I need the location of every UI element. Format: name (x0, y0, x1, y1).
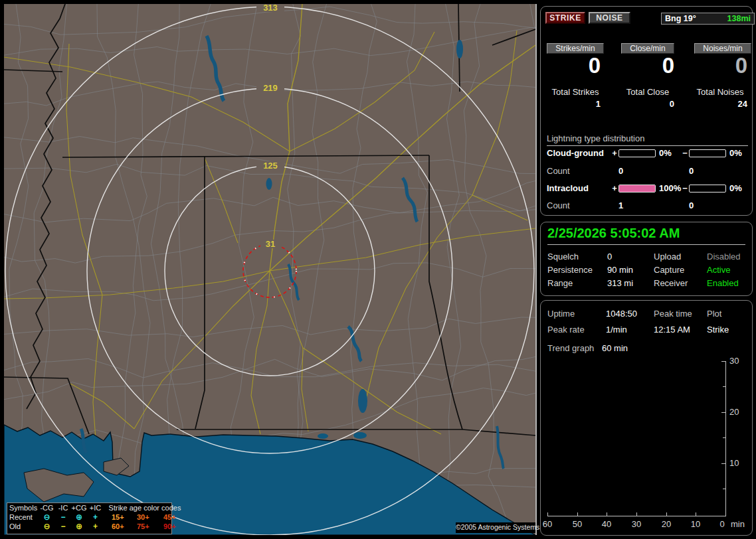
total-strikes-label: Total Strikes (545, 87, 606, 97)
total-noises-label: Total Noises (688, 87, 752, 97)
strikes-per-min-value: 0 (547, 54, 601, 77)
old-neg-ic-icon: − (55, 522, 71, 530)
plus-sign: + (611, 148, 618, 158)
noises-per-min-label: Noises/min (694, 43, 751, 54)
persistence-label: Persistence (547, 265, 593, 275)
legend-col-neg-cg: -CG (39, 504, 55, 512)
cg-plus-pct: 0% (656, 148, 681, 158)
strike-mode-button[interactable]: STRIKE (545, 12, 585, 24)
legend-old-row: Old ⊖ − ⊕ + 60+ 75+ 90+ (7, 522, 171, 531)
plot-value: Strike (707, 325, 729, 335)
trend-xtick-50: 50 (569, 519, 586, 529)
cg-minus-bar (689, 149, 726, 157)
copyright-text: ©2005 Astrogenic Systems (456, 522, 535, 533)
cg-plus-bar (618, 149, 656, 157)
ic-plus-bar (618, 185, 656, 193)
legend-header-row: Symbols -CG -IC +CG +IC Strike age color… (7, 503, 171, 512)
intracloud-count-row: Count 1 0 (547, 200, 748, 210)
ic-plus-count: 1 (618, 200, 656, 210)
trend-x-unit: min (731, 519, 745, 529)
ring-label-125: 125 (263, 161, 278, 171)
cloud-ground-row: Cloud-ground + 0% − 0% (547, 148, 748, 158)
peak-time-value: 12:15 AM (654, 325, 690, 335)
trend-ytick-20: 20 (729, 408, 745, 417)
trend-graph-label: Trend graph (547, 343, 594, 353)
ic-minus-bar (689, 185, 726, 193)
legend-col-pos-cg: +CG (71, 504, 87, 512)
status-panel: 2/25/2026 5:05:02 AM Squelch 0 Upload Di… (540, 222, 753, 296)
old-pos-cg-icon: ⊕ (71, 522, 87, 530)
range-value: 313 mi (607, 278, 633, 288)
total-close-label: Total Close (618, 87, 678, 97)
trend-xtick-20: 20 (658, 519, 675, 529)
cloud-ground-count-row: Count 0 0 (547, 166, 748, 176)
counters-panel: STRIKE NOISE Bng 19° 138mi Strikes/min C… (540, 6, 753, 216)
trend-x-axis (547, 516, 726, 516)
upload-value: Disabled (707, 252, 741, 262)
legend-old-label: Old (9, 522, 39, 530)
map-canvas: 313 219 125 31 (4, 4, 535, 535)
intracloud-label: Intracloud (547, 183, 611, 193)
trend-graph-value: 60 min (602, 343, 628, 353)
noise-mode-button[interactable]: NOISE (589, 12, 630, 24)
plus-sign: + (611, 183, 618, 193)
intracloud-row: Intracloud + 100% − 0% (547, 183, 748, 193)
recent-neg-cg-icon: ⊖ (39, 513, 55, 521)
legend-symbols-label: Symbols (9, 504, 39, 512)
trend-y-axis (725, 361, 726, 516)
age-45: 45+ (159, 513, 186, 521)
map-legend: Symbols -CG -IC +CG +IC Strike age color… (7, 502, 172, 534)
uptime-label: Uptime (547, 309, 575, 319)
ring-label-313: 313 (263, 4, 278, 13)
trend-panel: Uptime 1048:50 Peak time Plot Peak rate … (540, 300, 753, 536)
age-90: 90+ (159, 522, 186, 530)
count-label: Count (547, 166, 611, 176)
close-per-min-label: Close/min (621, 43, 674, 54)
ic-minus-pct: 0% (726, 183, 748, 193)
trend-xtick-0: 0 (713, 519, 731, 529)
recent-neg-ic-icon: − (55, 513, 71, 521)
trend-xtick-40: 40 (598, 519, 615, 529)
bearing-value: Bng 19° (665, 14, 696, 23)
bearing-range-value: 138mi (727, 14, 751, 23)
cg-minus-count: 0 (689, 166, 726, 176)
count-label: Count (547, 200, 611, 210)
receiver-value: Enabled (707, 278, 739, 288)
old-pos-ic-icon: + (87, 522, 104, 530)
age-60: 60+ (108, 522, 133, 530)
trend-xtick-10: 10 (687, 519, 704, 529)
plot-label: Plot (707, 309, 721, 319)
minus-sign: − (681, 148, 689, 158)
recent-pos-ic-icon: + (87, 513, 104, 521)
ring-label-219: 219 (263, 83, 278, 93)
lightning-map[interactable]: 313 219 125 31 (4, 4, 535, 535)
capture-label: Capture (654, 265, 684, 275)
app-window: 313 219 125 31 Symbols -CG -IC +CG +IC S… (0, 0, 756, 539)
noises-per-min-value: 0 (693, 54, 747, 77)
cloud-ground-label: Cloud-ground (547, 148, 611, 158)
ic-plus-pct: 100% (656, 183, 681, 193)
capture-value: Active (707, 265, 730, 275)
cg-minus-pct: 0% (726, 148, 748, 158)
upload-label: Upload (654, 252, 681, 262)
age-15: 15+ (108, 513, 133, 521)
total-strikes-value: 1 (547, 99, 601, 109)
legend-col-neg-ic: -IC (55, 504, 71, 512)
old-neg-cg-icon: ⊖ (39, 522, 55, 530)
trend-xtick-60: 60 (539, 519, 556, 529)
legend-recent-label: Recent (9, 513, 39, 521)
total-close-value: 0 (620, 99, 674, 109)
persistence-value: 90 min (607, 265, 633, 275)
trend-ytick-30: 30 (729, 356, 745, 366)
peak-rate-value: 1/min (606, 325, 627, 335)
cg-plus-count: 0 (618, 166, 656, 176)
receiver-label: Receiver (654, 278, 688, 288)
ring-label-31: 31 (266, 239, 275, 249)
squelch-value: 0 (607, 252, 612, 262)
age-75: 75+ (133, 522, 159, 530)
trend-ytick-10: 10 (729, 459, 745, 468)
strikes-per-min-label: Strikes/min (547, 43, 604, 54)
legend-age-header: Strike age color codes (104, 504, 186, 512)
ic-minus-count: 0 (689, 200, 726, 210)
peak-time-label: Peak time (654, 309, 692, 319)
